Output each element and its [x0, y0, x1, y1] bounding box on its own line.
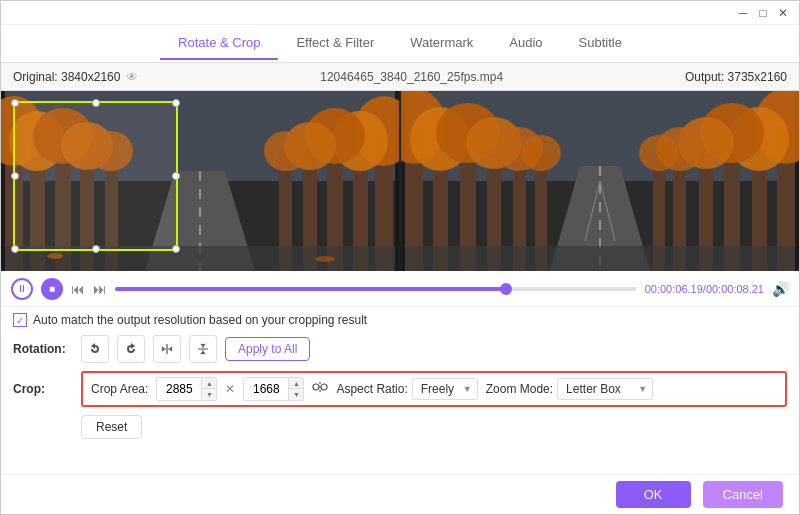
- reset-button[interactable]: Reset: [81, 415, 142, 439]
- progress-fill: [115, 287, 506, 291]
- auto-match-label: Auto match the output resolution based o…: [33, 313, 367, 327]
- tab-rotate-crop[interactable]: Rotate & Crop: [160, 27, 278, 60]
- crop-handle-lm[interactable]: [11, 172, 19, 180]
- crop-height-spinners: ▲ ▼: [288, 378, 303, 400]
- minimize-button[interactable]: ─: [735, 5, 751, 21]
- crop-width-input[interactable]: [157, 380, 201, 398]
- crop-area-label: Crop Area:: [91, 382, 148, 396]
- cancel-button[interactable]: Cancel: [703, 481, 783, 508]
- crop-link-icon[interactable]: [312, 379, 328, 399]
- svg-rect-59: [321, 384, 327, 390]
- bottom-bar: OK Cancel: [1, 474, 799, 514]
- crop-width-input-wrap: ▲ ▼: [156, 377, 217, 401]
- progress-track[interactable]: [115, 287, 637, 291]
- crop-label: Crop:: [13, 382, 73, 396]
- crop-handle-bm[interactable]: [92, 245, 100, 253]
- auto-match-row: Auto match the output resolution based o…: [13, 313, 787, 327]
- svg-rect-58: [313, 384, 319, 390]
- flip-horizontal-button[interactable]: [153, 335, 181, 363]
- reset-row: Reset: [81, 415, 787, 439]
- crop-box[interactable]: [13, 101, 178, 251]
- tab-subtitle[interactable]: Subtitle: [561, 27, 640, 60]
- zoom-mode-select[interactable]: Letter Box Pan & Scan Full: [557, 378, 653, 400]
- svg-point-42: [521, 135, 561, 171]
- auto-match-checkbox[interactable]: [13, 313, 27, 327]
- tab-audio[interactable]: Audio: [491, 27, 560, 60]
- pause-icon: ⏸: [17, 283, 27, 294]
- skip-back-button[interactable]: ⏮: [71, 281, 85, 297]
- original-resolution: Original: 3840x2160: [13, 70, 120, 84]
- tab-effect-filter[interactable]: Effect & Filter: [278, 27, 392, 60]
- rotate-left-icon: [88, 342, 102, 356]
- output-resolution: Output: 3735x2160: [685, 70, 787, 84]
- preview-left: [1, 91, 399, 271]
- rotate-right-button[interactable]: [117, 335, 145, 363]
- crop-width-up[interactable]: ▲: [202, 378, 216, 389]
- stop-icon: ■: [49, 283, 55, 294]
- rotate-right-icon: [124, 342, 138, 356]
- skip-forward-button[interactable]: ⏭: [93, 281, 107, 297]
- crop-handle-tr[interactable]: [172, 99, 180, 107]
- apply-all-button[interactable]: Apply to All: [225, 337, 310, 361]
- pause-button[interactable]: ⏸: [11, 278, 33, 300]
- zoom-mode-label: Zoom Mode:: [486, 382, 553, 396]
- svg-point-23: [264, 131, 308, 171]
- preview-right: [401, 91, 799, 271]
- ok-button[interactable]: OK: [616, 481, 691, 508]
- volume-icon[interactable]: 🔊: [772, 281, 789, 297]
- crop-handle-br[interactable]: [172, 245, 180, 253]
- crop-handle-tl[interactable]: [11, 99, 19, 107]
- title-bar: ─ □ ✕: [1, 1, 799, 25]
- info-bar: Original: 3840x2160 👁 12046465_3840_2160…: [1, 63, 799, 91]
- svg-rect-55: [405, 246, 795, 271]
- crop-row: Crop: Crop Area: ▲ ▼ ✕ ▲ ▼: [13, 371, 787, 407]
- crop-width-spinners: ▲ ▼: [201, 378, 216, 400]
- close-button[interactable]: ✕: [775, 5, 791, 21]
- crop-handle-rm[interactable]: [172, 172, 180, 180]
- crop-height-down[interactable]: ▼: [289, 389, 303, 400]
- stop-button[interactable]: ■: [41, 278, 63, 300]
- progress-thumb[interactable]: [500, 283, 512, 295]
- crop-handle-bl[interactable]: [11, 245, 19, 253]
- aspect-ratio-select[interactable]: Freely 16:9 4:3 1:1 9:16: [412, 378, 478, 400]
- crop-handle-tm[interactable]: [92, 99, 100, 107]
- tabs-bar: Rotate & Crop Effect & Filter Watermark …: [1, 25, 799, 63]
- preview-area: [1, 91, 799, 271]
- rotation-row: Rotation: Apply to All: [13, 335, 787, 363]
- flip-vertical-button[interactable]: [189, 335, 217, 363]
- svg-point-26: [315, 256, 335, 262]
- maximize-button[interactable]: □: [755, 5, 771, 21]
- flip-v-icon: [196, 342, 210, 356]
- crop-height-input[interactable]: [244, 380, 288, 398]
- tab-watermark[interactable]: Watermark: [392, 27, 491, 60]
- aspect-ratio-label: Aspect Ratio:: [336, 382, 407, 396]
- time-display: 00:00:06.19/00:00:08.21: [645, 283, 764, 295]
- crop-height-up[interactable]: ▲: [289, 378, 303, 389]
- zoom-mode-select-wrap: Letter Box Pan & Scan Full ▼: [557, 378, 653, 400]
- svg-point-25: [47, 253, 63, 259]
- link-icon: [312, 379, 328, 395]
- aspect-ratio-select-wrap: Freely 16:9 4:3 1:1 9:16 ▼: [412, 378, 478, 400]
- eye-icon[interactable]: 👁: [126, 70, 138, 84]
- playback-bar: ⏸ ■ ⏮ ⏭ 00:00:06.19/00:00:08.21 🔊: [1, 271, 799, 307]
- flip-h-icon: [160, 342, 174, 356]
- controls-area: Auto match the output resolution based o…: [1, 307, 799, 443]
- zoom-mode-wrap: Zoom Mode: Letter Box Pan & Scan Full ▼: [486, 378, 653, 400]
- svg-point-54: [639, 135, 679, 171]
- x-separator: ✕: [225, 382, 235, 396]
- aspect-ratio-wrap: Aspect Ratio: Freely 16:9 4:3 1:1 9:16 ▼: [336, 378, 477, 400]
- rotate-left-button[interactable]: [81, 335, 109, 363]
- crop-control-box: Crop Area: ▲ ▼ ✕ ▲ ▼: [81, 371, 787, 407]
- rotation-label: Rotation:: [13, 342, 73, 356]
- crop-width-down[interactable]: ▼: [202, 389, 216, 400]
- crop-height-input-wrap: ▲ ▼: [243, 377, 304, 401]
- file-name: 12046465_3840_2160_25fps.mp4: [138, 70, 684, 84]
